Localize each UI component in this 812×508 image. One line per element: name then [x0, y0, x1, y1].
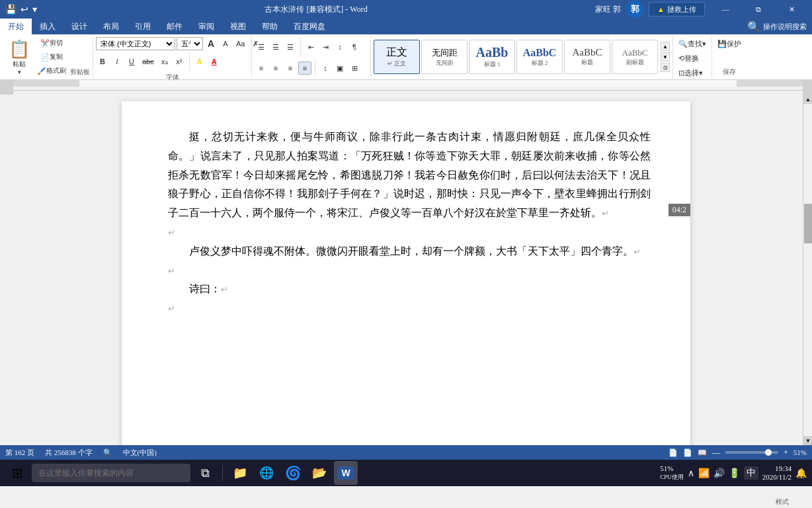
borders-button[interactable]: ⊞	[348, 62, 361, 75]
scroll-up-button[interactable]: ▲	[803, 95, 812, 104]
grow-font-button[interactable]: A	[204, 37, 218, 50]
multilevel-button[interactable]: ☰	[284, 40, 297, 54]
superscript-button[interactable]: x²	[173, 55, 186, 68]
edge-taskbar[interactable]: 🌀	[281, 461, 305, 485]
tab-layout[interactable]: 布局	[95, 19, 127, 34]
find-button[interactable]: 🔍 查找 ▾	[676, 37, 709, 50]
highlight-button[interactable]: A	[193, 55, 206, 68]
vertical-scrollbar: ▲ ▼	[803, 95, 812, 445]
customize-quick-access-icon[interactable]: ▾	[32, 4, 37, 15]
save-protect-label: 保护	[727, 39, 741, 49]
select-label: 选择	[684, 68, 699, 78]
volume-icon[interactable]: 🔊	[713, 468, 725, 479]
format-painter-button[interactable]: 🖌️ 格式刷	[34, 64, 69, 77]
paste-dropdown-icon: ▾	[18, 69, 21, 75]
zoom-slider[interactable]	[725, 451, 778, 454]
restore-button[interactable]: ⧉	[743, 0, 774, 19]
tab-help[interactable]: 帮助	[254, 19, 286, 34]
numbering-button[interactable]: ☰	[269, 40, 282, 54]
decrease-indent-button[interactable]: ⇤	[304, 40, 317, 54]
align-center-button[interactable]: ≡	[269, 62, 282, 75]
style-heading2[interactable]: AaBbC 标题 2	[516, 40, 563, 74]
scroll-thumb[interactable]	[804, 204, 812, 243]
justify-button[interactable]: ≡	[298, 62, 311, 75]
sort-button[interactable]: ↕	[333, 40, 346, 54]
taskbar-search-input[interactable]	[32, 464, 190, 482]
tab-insert[interactable]: 插入	[32, 19, 63, 34]
font-size-select[interactable]: 五号	[177, 37, 203, 50]
view-read-icon[interactable]: 📖	[698, 448, 707, 457]
zoom-out-icon[interactable]: —	[712, 448, 720, 458]
ruler-active	[79, 80, 737, 87]
style-no-spacing[interactable]: 无间距 无间距	[421, 40, 467, 74]
tab-start[interactable]: 开始	[0, 19, 32, 34]
styles-scroll-up[interactable]: ▲	[661, 42, 670, 51]
italic-button[interactable]: I	[110, 55, 124, 68]
align-left-button[interactable]: ≡	[255, 62, 268, 75]
replace-button[interactable]: ⟲ 替换	[676, 52, 702, 65]
notification-icon[interactable]: 🔔	[795, 468, 807, 479]
style-title[interactable]: AaBbC 标题	[564, 40, 610, 74]
network-icon[interactable]: 📶	[698, 468, 710, 479]
tab-design[interactable]: 设计	[63, 19, 95, 34]
files-taskbar[interactable]: 📂	[307, 461, 331, 485]
subscript-button[interactable]: x₂	[158, 55, 171, 68]
paste-button[interactable]: 📋 粘贴 ▾	[5, 37, 33, 77]
undo-icon[interactable]: ↩	[20, 4, 28, 15]
ime-icon[interactable]: 中	[744, 466, 758, 480]
save-protect-button[interactable]: 💾 保护	[715, 37, 744, 50]
select-button[interactable]: ⊡ 选择 ▾	[676, 66, 706, 79]
view-web-icon[interactable]: 📄	[683, 448, 692, 457]
file-explorer-taskbar[interactable]: 📁	[228, 461, 252, 485]
change-case-button[interactable]: Aa	[233, 37, 247, 50]
cut-icon: ✂️	[40, 39, 50, 48]
cut-button[interactable]: ✂️ 剪切	[34, 36, 69, 50]
tab-references[interactable]: 引用	[127, 19, 159, 34]
underline-button[interactable]: U	[125, 55, 138, 68]
close-button[interactable]: ✕	[776, 0, 807, 19]
line-spacing-button[interactable]: ↕	[319, 62, 332, 75]
font-color-button[interactable]: A	[208, 55, 221, 68]
tab-review[interactable]: 审阅	[190, 19, 222, 34]
minimize-button[interactable]: —	[710, 0, 741, 19]
styles-group-label: 样式	[376, 496, 812, 507]
font-family-select[interactable]: 宋体 (中文正文)	[96, 37, 175, 50]
tab-baidu[interactable]: 百度网盘	[286, 19, 333, 34]
view-print-icon[interactable]: 📄	[669, 448, 678, 457]
zoom-thumb[interactable]	[765, 449, 772, 456]
document-scroll: 挺，忿切无计来救，便与牛师商议，除非行此一条古肉计束，情愿归附朝廷，庶几保全贝众…	[0, 95, 812, 445]
show-marks-button[interactable]: ¶	[348, 40, 361, 54]
battery-icon[interactable]: 🔋	[729, 468, 740, 479]
increase-indent-button[interactable]: ⇥	[319, 40, 332, 54]
format-painter-label: 格式刷	[46, 66, 66, 75]
style-normal[interactable]: 正文 ↵ 正文	[374, 40, 420, 74]
user-name: 家旺 郭	[595, 4, 621, 15]
style-heading1-label: 标题 1	[484, 60, 501, 69]
tab-mailings[interactable]: 邮件	[159, 19, 190, 34]
scroll-down-button[interactable]: ▼	[803, 436, 812, 445]
styles-scroll-down[interactable]: ▼	[661, 52, 670, 62]
bold-button[interactable]: B	[96, 55, 109, 68]
bullets-button[interactable]: ☰	[255, 40, 268, 54]
style-subtitle[interactable]: AaBbC 副标题	[612, 40, 658, 74]
browser-taskbar[interactable]: 🌐	[255, 461, 278, 485]
return-mark-4: ↵	[168, 266, 175, 276]
task-view-button[interactable]: ⧉	[193, 461, 217, 485]
document-page: 挺，忿切无计来救，便与牛师商议，除非行此一条古肉计束，情愿归附朝廷，庶几保全贝众…	[122, 101, 690, 445]
shading-button[interactable]: ▣	[333, 62, 346, 75]
save-icon[interactable]: 💾	[5, 4, 17, 15]
style-title-sample: AaBbC	[573, 47, 602, 58]
shrink-font-button[interactable]: A	[219, 37, 232, 50]
copy-button[interactable]: 📄 复制	[34, 50, 69, 64]
word-taskbar[interactable]: W	[334, 461, 358, 485]
strikethrough-button[interactable]: abc	[140, 55, 157, 68]
style-heading1[interactable]: AaBb 标题 1	[469, 40, 515, 74]
upload-button[interactable]: ▲ 拯救上传	[649, 2, 705, 17]
tray-expand-icon[interactable]: ∧	[688, 468, 694, 479]
paragraph-1: 挺，忿切无计来救，便与牛师商议，除非行此一条古肉计束，情愿归附朝廷，庶几保全贝众…	[168, 128, 651, 223]
styles-expand[interactable]: ⊡	[661, 63, 670, 72]
tab-view[interactable]: 视图	[222, 19, 254, 34]
start-button[interactable]: ⊞	[5, 461, 29, 485]
zoom-in-icon[interactable]: +	[784, 448, 788, 458]
align-right-button[interactable]: ≡	[284, 62, 297, 75]
